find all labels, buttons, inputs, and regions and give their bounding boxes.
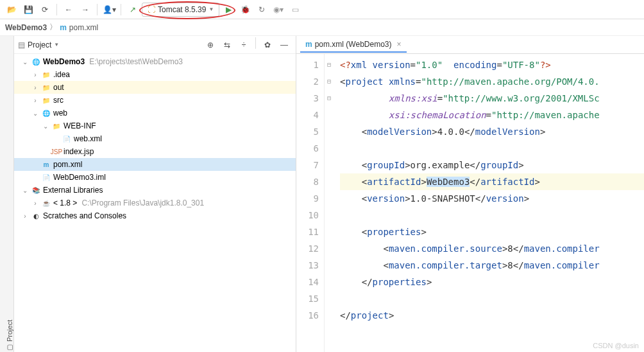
folder-out-icon: 📁	[41, 82, 51, 92]
tree-item[interactable]: ›📁out	[14, 81, 296, 94]
separator	[56, 4, 57, 15]
project-tree[interactable]: ⌄🌐WebDemo3E:\projects\test\WebDemo3›📁.id…	[14, 54, 296, 352]
main-toolbar: 📂 💾 ⟳ ← → 👤▾ ↗ ⛶ Tomcat 8.5.39 ▼ ▶ 🐞 ↻ ◉…	[0, 0, 644, 19]
save-icon[interactable]: 💾	[21, 2, 36, 17]
tree-label: .idea	[53, 70, 70, 79]
tree-item[interactable]: ›◐Scratches and Consoles	[14, 209, 296, 222]
folder-web-icon: 🌐	[31, 57, 41, 67]
forward-icon[interactable]: →	[78, 2, 93, 17]
lib-icon: 📚	[31, 185, 41, 195]
separator	[97, 4, 97, 15]
expand-arrow-icon[interactable]: ⌄	[21, 187, 29, 194]
expand-arrow-icon[interactable]: ›	[31, 84, 39, 91]
refresh-icon[interactable]: ⟳	[37, 2, 53, 17]
tomcat-icon: ⛶	[148, 5, 155, 14]
expand-arrow-icon[interactable]: ›	[31, 200, 39, 207]
separator	[255, 37, 256, 49]
file-jsp-icon: JSP	[51, 146, 62, 157]
folder-icon: 📁	[41, 95, 51, 105]
m-icon: m	[305, 40, 312, 49]
tree-label: out	[53, 83, 64, 92]
tree-item[interactable]: ›📁.idea	[14, 68, 296, 81]
pane-title-label: Project	[28, 40, 51, 49]
project-tab-label: Project	[6, 320, 13, 342]
editor-tabs: m pom.xml (WebDemo3) ×	[296, 36, 644, 54]
chevron-right-icon: 〉	[49, 22, 57, 33]
tree-label: web	[53, 109, 67, 118]
tree-item[interactable]: ›📄web.xml	[14, 132, 296, 145]
close-icon[interactable]: ×	[396, 40, 401, 49]
editor-tab-pom[interactable]: m pom.xml (WebDemo3) ×	[300, 37, 407, 53]
tree-item[interactable]: ⌄🌐WebDemo3E:\projects\test\WebDemo3	[14, 55, 296, 68]
tree-item[interactable]: ⌄🌐web	[14, 107, 296, 119]
project-icon: ▤	[18, 40, 25, 49]
expand-arrow-icon[interactable]: ⌄	[21, 58, 29, 66]
expand-icon[interactable]: ⇆	[219, 37, 235, 53]
tree-item[interactable]: ›☕< 1.8 >C:\Program Files\Java\jdk1.8.0_…	[14, 197, 296, 209]
tree-item[interactable]: ⌄📁WEB-INF	[14, 119, 296, 132]
tree-label: WEB-INF	[64, 121, 96, 130]
tree-label: < 1.8 >	[53, 198, 77, 207]
scratch-icon: ◐	[31, 211, 41, 221]
user-icon[interactable]: 👤▾	[101, 2, 117, 17]
tree-item[interactable]: ⌄📚External Libraries	[14, 184, 296, 197]
project-icon: ▢	[5, 344, 13, 352]
target-icon[interactable]: ⊕	[203, 37, 218, 53]
tree-path: E:\projects\test\WebDemo3	[89, 57, 183, 66]
gear-icon[interactable]: ✿	[260, 37, 275, 53]
tree-item[interactable]: ›mpom.xml	[14, 158, 296, 171]
breadcrumb: WebDemo3 〉 m pom.xml	[0, 19, 644, 36]
tree-label: External Libraries	[43, 186, 103, 195]
tree-label: src	[53, 96, 64, 105]
project-pane-header: ▤ Project ▼ ⊕ ⇆ ÷ ✿ —	[14, 36, 296, 54]
hide-icon[interactable]: —	[276, 37, 292, 53]
project-view-selector[interactable]: ▤ Project ▼	[18, 40, 59, 49]
project-pane: ▤ Project ▼ ⊕ ⇆ ÷ ✿ — ⌄🌐WebDemo3E:\proje…	[14, 36, 296, 352]
tree-label: index.jsp	[64, 147, 94, 156]
collapse-icon[interactable]: ÷	[236, 37, 251, 53]
file-xml-icon: 📄	[62, 134, 72, 144]
run-config-dropdown[interactable]: ⛶ Tomcat 8.5.39 ▼	[142, 3, 219, 17]
project-tool-tab[interactable]: ▢ Project	[0, 36, 14, 352]
chevron-down-icon: ▼	[208, 6, 214, 12]
m-icon: m	[60, 23, 67, 32]
line-gutter: 12345678910111213141516	[296, 54, 325, 352]
expand-arrow-icon[interactable]: ⌄	[42, 123, 49, 130]
editor-body: 12345678910111213141516 ⊟⊟⊟ <?xml versio…	[296, 54, 644, 352]
tree-label: WebDemo3	[43, 57, 85, 66]
folder-gray-icon: 📁	[51, 121, 62, 131]
code-area[interactable]: <?xml version="1.0" encoding="UTF-8"?><p…	[334, 54, 644, 352]
rerun-icon[interactable]: ↻	[254, 2, 269, 17]
tree-item[interactable]: ›📁src	[14, 94, 296, 107]
stop-dropdown-icon[interactable]: ◉▾	[271, 2, 286, 17]
tree-item[interactable]: ›📄WebDemo3.iml	[14, 171, 296, 184]
pane-toolbar: ⊕ ⇆ ÷ ✿ —	[203, 37, 292, 53]
folder-gray-icon: 📁	[41, 69, 51, 80]
expand-arrow-icon[interactable]: ⌄	[31, 110, 39, 117]
run-icon[interactable]: ▶	[221, 2, 236, 17]
jdk-icon: ☕	[41, 198, 51, 208]
chevron-down-icon: ▼	[54, 42, 59, 48]
hammer-icon[interactable]: ↗	[125, 2, 140, 17]
content-area: ▢ Project ▤ Project ▼ ⊕ ⇆ ÷ ✿ — ⌄🌐WebDem…	[0, 36, 644, 352]
tree-label: Scratches and Consoles	[43, 211, 126, 220]
file-generic-icon: 📄	[41, 172, 51, 182]
file-m-icon: m	[41, 159, 51, 170]
tree-label: WebDemo3.iml	[53, 173, 106, 182]
open-icon[interactable]: 📂	[4, 2, 19, 17]
fold-column[interactable]: ⊟⊟⊟	[325, 54, 334, 352]
expand-arrow-icon[interactable]: ›	[31, 97, 39, 104]
back-icon[interactable]: ←	[61, 2, 76, 17]
folder-web-icon: 🌐	[41, 108, 51, 118]
tree-label: pom.xml	[53, 160, 82, 169]
breadcrumb-project[interactable]: WebDemo3	[5, 23, 47, 32]
tree-item[interactable]: ›JSPindex.jsp	[14, 145, 296, 158]
editor-tab-label: pom.xml (WebDemo3)	[315, 40, 392, 49]
tree-label: web.xml	[74, 134, 102, 143]
expand-arrow-icon[interactable]: ›	[21, 213, 29, 220]
run-config-label: Tomcat 8.5.39	[158, 5, 206, 14]
profiler-icon[interactable]: ▭	[287, 2, 303, 17]
breadcrumb-file[interactable]: pom.xml	[69, 23, 98, 32]
debug-icon[interactable]: 🐞	[237, 2, 253, 17]
expand-arrow-icon[interactable]: ›	[31, 71, 39, 78]
